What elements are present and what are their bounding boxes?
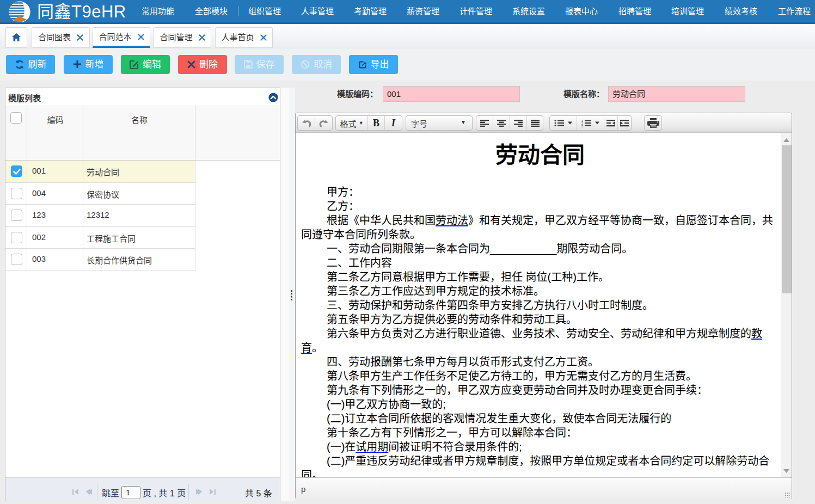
svg-text:3: 3 bbox=[581, 124, 583, 127]
